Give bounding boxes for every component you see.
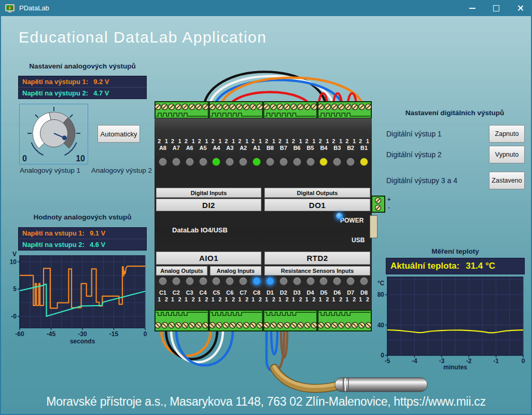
channel-label-B4: B4 [320, 145, 327, 151]
power-plus-label: + [387, 196, 390, 202]
readout-value: 4.7 V [93, 89, 109, 97]
svg-text:-15: -15 [109, 330, 119, 338]
led-C7 [239, 277, 247, 285]
pin-pair-label: 2 1 [265, 138, 275, 145]
digital-inputs-strip: Digital Inputs [156, 188, 261, 198]
usb-connector [370, 215, 377, 238]
close-button[interactable] [508, 0, 532, 16]
usb-activity-led [336, 213, 343, 219]
digital-output-row: Digitální výstup 1Zapnuto [386, 125, 525, 143]
led-C2 [172, 277, 180, 285]
pin-pair-label: 2 1 [212, 138, 222, 145]
led-D5 [319, 277, 328, 285]
led-D2 [279, 277, 288, 285]
knob-scale-max: 10 [76, 154, 85, 163]
readout-label: Napětí na vstupu 2: [22, 241, 85, 248]
led-B5 [306, 158, 315, 166]
channel-cell: C81 2 [250, 277, 263, 303]
analog-output2-label: Analogový výstup 2 [91, 167, 152, 174]
pin-pair-label: 1 2 [185, 296, 195, 303]
temperature-header: Měření teploty [386, 247, 525, 255]
channel-cell: D31 2 [290, 277, 304, 303]
led-C8 [253, 277, 261, 285]
pin-pair-label: 1 2 [319, 296, 329, 303]
maximize-icon [493, 5, 499, 11]
channel-cell: 2 1A5 [197, 138, 210, 166]
pin-pair-label: 2 1 [158, 138, 168, 145]
svg-text:-0: -0 [11, 313, 17, 320]
minimize-button[interactable] [460, 0, 484, 16]
pin-pair-label: 2 1 [345, 138, 356, 145]
digital-outputs-strip: Digital Outputs [264, 188, 370, 198]
led-B6 [293, 158, 301, 166]
channel-cell: 2 1A3 [223, 138, 236, 166]
pin-pair-label: 1 2 [305, 296, 316, 303]
channel-cell: D71 2 [344, 277, 357, 303]
power-minus-label: - [388, 204, 390, 210]
channel-label-D5: D5 [320, 289, 327, 296]
readout-value: 9.1 V [90, 229, 105, 237]
channel-label-D4: D4 [307, 289, 314, 296]
channel-label-A7: A7 [173, 145, 180, 151]
led-D1 [266, 277, 274, 285]
channel-cell: 2 1B7 [277, 138, 290, 166]
led-A3 [226, 158, 234, 166]
digital-output-button-2[interactable]: Vypnuto [489, 146, 525, 163]
bottom-channel-row: C11 2C21 2C31 2C41 2C51 2C61 2C71 2C81 2… [156, 277, 371, 303]
device-model-label: DataLab IO4/USB [172, 226, 228, 234]
top-channel-row: 2 1A82 1A72 1A62 1A52 1A42 1A32 1A22 1A1… [156, 138, 371, 166]
digital-output-label: Digitální výstup 1 [386, 130, 489, 138]
analog-inputs-chart: -60-45-30-150105-0Vseconds [9, 248, 155, 344]
led-D7 [346, 277, 355, 285]
channel-cell: D61 2 [330, 277, 344, 303]
main-area: Educational DataLab Application [0, 16, 532, 415]
svg-text:-45: -45 [47, 330, 56, 338]
digital-output-button-1[interactable]: Zapnuto [489, 125, 525, 143]
channel-label-A4: A4 [213, 145, 220, 151]
channel-cell: C31 2 [183, 277, 197, 303]
pin-pair-label: 1 2 [251, 296, 262, 303]
temperature-chart: -5-4-3-2-1080400°Cminutes [375, 274, 531, 370]
readout-value: 4.6 V [90, 241, 105, 248]
pin-pair-label: 2 1 [319, 138, 329, 145]
channel-cell: 2 1B3 [330, 138, 344, 166]
analog-inputs-header: Hodnoty analogových vstupů [18, 213, 147, 221]
power-connector [371, 196, 385, 213]
channel-cell: 2 1B6 [290, 138, 304, 166]
temperature-readout-label: Aktuální teplota: [390, 261, 459, 271]
analog-output1-knob[interactable]: 0 10 [19, 104, 88, 164]
analog-outputs-readout: Napětí na výstupu 1:9.2 VNapětí na výstu… [18, 76, 147, 99]
digital-output-button-3[interactable]: Zastaveno [489, 172, 525, 189]
pin-pair-label: 1 2 [345, 296, 356, 303]
svg-text:seconds: seconds [70, 338, 95, 344]
digital-output-label: Digitální výstupy 3 a 4 [386, 176, 489, 185]
channel-label-C6: C6 [226, 289, 233, 296]
pin-pair-label: 1 2 [238, 296, 248, 303]
pin-pair-label: 1 2 [158, 296, 168, 303]
power-label: POWER [340, 217, 363, 224]
channel-label-A2: A2 [240, 145, 247, 151]
channel-cell: 2 1A1 [250, 138, 263, 166]
led-A5 [199, 158, 207, 166]
led-C5 [212, 277, 220, 285]
pin-pair-label: 2 1 [238, 138, 248, 145]
automatic-button[interactable]: Automaticky [97, 125, 140, 143]
led-C3 [186, 277, 194, 285]
channel-label-B2: B2 [347, 145, 354, 151]
pin-pair-label: 1 2 [359, 296, 369, 303]
maximize-button[interactable] [484, 0, 508, 16]
channel-cell: 2 1A6 [183, 138, 197, 166]
led-B8 [266, 158, 274, 166]
pin-pair-label: 1 2 [225, 296, 235, 303]
channel-cell: 2 1B2 [344, 138, 357, 166]
analog-inputs-strip: Analog Inputs [210, 266, 261, 275]
knob-scale-min: 0 [22, 154, 27, 163]
pin-pair-label: 2 1 [171, 138, 181, 145]
channel-cell: 2 1B5 [304, 138, 317, 166]
svg-text:0: 0 [381, 352, 384, 359]
digital-output-row: Digitální výstup 2Vypnuto [386, 146, 525, 163]
pin-pair-label: 1 2 [332, 296, 343, 303]
readout-label: Napětí na výstupu 1: [22, 78, 88, 86]
channel-label-C7: C7 [240, 289, 247, 296]
pin-pair-label: 2 1 [251, 138, 262, 145]
